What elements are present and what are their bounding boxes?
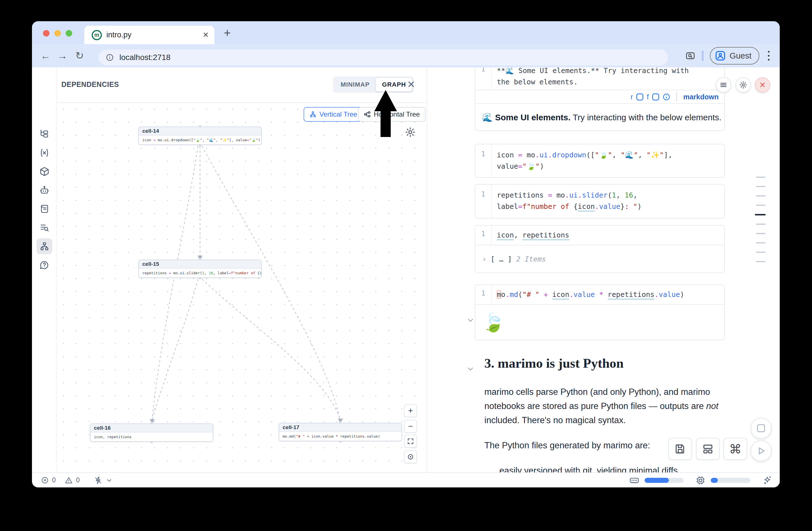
warnings-icon[interactable] [65, 476, 73, 484]
minimap-cell-line[interactable] [756, 233, 766, 234]
url-text: localhost:2718 [119, 53, 171, 62]
layout-toggle-button[interactable] [696, 438, 720, 460]
section-cut-line: easily versioned with git, yielding mini… [499, 465, 678, 472]
shutdown-button[interactable]: ✕ [755, 77, 770, 92]
run-button[interactable] [751, 441, 771, 461]
chevron-down-icon[interactable] [106, 477, 113, 484]
cell-md-output[interactable]: 1 mo.md("# " + icon.value * repetitions.… [475, 285, 725, 340]
cell-output: 🍃 [475, 304, 724, 340]
tab-close-icon[interactable]: ✕ [203, 31, 209, 39]
vertical-tree-label: Vertical Tree [319, 110, 357, 118]
cpu-icon[interactable] [695, 475, 706, 485]
code-line[interactable]: icon = mo.ui.dropdown(["🍃", "🌊", "✨"], [497, 149, 723, 161]
node-title: cell-15 [139, 260, 261, 269]
keyboard-shortcuts-button[interactable]: ⌘ [723, 438, 747, 460]
browser-tab-active[interactable]: m intro.py ✕ [84, 26, 215, 44]
cell-repetitions-slider[interactable]: 1 repetitions = mo.ui.slider(1, 16, labe… [475, 184, 725, 218]
code-line[interactable]: value="🍃") [497, 161, 723, 172]
cell-icon-dropdown[interactable]: 1 icon = mo.ui.dropdown(["🍃", "🌊", "✨"],… [475, 144, 725, 178]
graph-node-cell-14[interactable]: cell-14 icon = mo.ui.dropdown(["🍃", "🌊",… [139, 127, 262, 145]
sidebar-ai-chat-icon[interactable] [37, 182, 52, 198]
code-line[interactable]: **🌊 Some UI elements.** Try interacting … [497, 67, 723, 76]
graph-node-cell-17[interactable]: cell-17 mo.md("# " + icon.value * repeti… [279, 423, 402, 441]
cell-minimap[interactable] [754, 177, 766, 270]
cell-output[interactable]: › [ … ] 2 Items [475, 245, 724, 273]
dependencies-panel-header: DEPENDENCIES MINIMAP GRAPH ✕ [57, 67, 427, 103]
window-zoom-button[interactable] [66, 30, 72, 37]
save-icon [675, 443, 686, 455]
sidebar-packages-icon[interactable] [37, 163, 52, 180]
back-icon[interactable]: ← [37, 50, 54, 62]
panel-close-icon[interactable]: ✕ [407, 79, 415, 90]
interrupt-button[interactable] [751, 418, 771, 439]
toolbar-separator [702, 51, 704, 61]
memory-icon[interactable] [629, 475, 639, 485]
minimap-cell-line[interactable] [756, 195, 766, 197]
code-line[interactable]: the below elements. [497, 76, 723, 88]
ai-sparkle-icon[interactable] [762, 475, 772, 485]
language-mode-label[interactable]: markdown [683, 93, 719, 101]
tab-search-icon[interactable] [685, 51, 695, 61]
forward-icon[interactable]: → [54, 50, 71, 62]
toolbar-right-group: Guest [685, 44, 780, 67]
window-minimize-button[interactable] [54, 30, 61, 37]
minimap-cell-line[interactable] [756, 224, 766, 225]
locate-node-button[interactable] [404, 450, 417, 463]
minimap-cell-line[interactable] [756, 242, 766, 243]
minimap-cell-line[interactable] [756, 177, 766, 178]
window-close-button[interactable] [43, 30, 49, 37]
minimap-cell-line[interactable] [756, 261, 766, 262]
notebook-settings-button[interactable] [736, 77, 751, 92]
cell-output: 🌊 Some UI elements. Try interacting with… [475, 103, 724, 130]
cell-icon-repetitions[interactable]: 1 icon, repetitions › [ … ] 2 Items [475, 225, 725, 273]
graph-node-cell-16[interactable]: cell-16 icon, repetitions [90, 424, 213, 442]
code-line[interactable]: repetitions = mo.ui.slider(1, 16, [497, 190, 723, 201]
console-output-text[interactable]: › [ … ] 2 Items [482, 255, 546, 263]
code-line[interactable]: mo.md("# " + icon.value * repetitions.va… [497, 289, 723, 300]
errors-icon[interactable] [41, 476, 49, 484]
sidebar-help-icon[interactable] [37, 257, 52, 273]
profile-button[interactable]: Guest [710, 47, 759, 64]
cell-collapse-chevron-icon[interactable] [466, 316, 475, 325]
sidebar-file-tree-icon[interactable] [37, 126, 52, 142]
vertical-tree-icon [309, 111, 317, 118]
fstring-checkbox[interactable] [652, 94, 659, 100]
sidebar-scratchpad-icon[interactable] [37, 220, 52, 235]
fit-view-button[interactable] [404, 435, 417, 448]
sidebar-variables-icon[interactable] [37, 145, 52, 161]
node-code: icon = mo.ui.dropdown(["🍃", "🌊", "✨"], v… [139, 135, 261, 144]
vertical-tree-button[interactable]: Vertical Tree [304, 107, 363, 122]
browser-menu-icon[interactable] [766, 51, 772, 60]
site-info-icon[interactable] [106, 54, 114, 61]
cell-markdown-ui-elements[interactable]: 1 **🌊 Some UI elements.** Try interactin… [475, 67, 725, 131]
graph-toggle-button[interactable]: GRAPH [376, 78, 412, 91]
reload-icon[interactable]: ↻ [71, 50, 88, 62]
sidebar-logs-icon[interactable] [37, 201, 52, 217]
line-number: 1 [475, 285, 492, 304]
markdown-output-text: 🌊 Some UI elements. Try interacting with… [482, 112, 722, 122]
address-bar[interactable]: localhost:2718 [99, 49, 668, 66]
line-number: 1 [475, 226, 492, 245]
minimap-cell-line[interactable] [756, 186, 766, 187]
zoom-in-button[interactable]: + [404, 404, 417, 417]
autorun-disabled-icon[interactable] [94, 476, 102, 485]
minimap-cell-line[interactable] [755, 214, 766, 215]
graph-node-cell-15[interactable]: cell-15 repetitions = mo.ui.slider(1, 16… [139, 260, 262, 278]
minimap-toggle-button[interactable]: MINIMAP [334, 78, 376, 91]
code-line[interactable]: label=f"number of {icon.value}: ") [497, 201, 723, 212]
code-line[interactable]: icon, repetitions [497, 230, 723, 241]
raw-string-checkbox[interactable] [636, 94, 643, 100]
minimap-cell-line[interactable] [756, 205, 766, 206]
node-code: icon, repetitions [90, 432, 213, 441]
dependency-graph-canvas[interactable]: Vertical Tree Horizontal Tree cell-14 ic… [57, 103, 427, 472]
graph-settings-icon[interactable] [405, 127, 416, 138]
zoom-out-button[interactable]: − [404, 420, 417, 433]
section-collapse-chevron-icon[interactable] [466, 364, 475, 373]
sidebar-dependencies-icon[interactable] [37, 238, 52, 254]
save-button[interactable] [668, 438, 692, 460]
notebook-menu-button[interactable] [716, 77, 731, 92]
info-icon[interactable] [663, 93, 670, 101]
minimap-cell-line[interactable] [756, 252, 766, 253]
horizontal-tree-button[interactable]: Horizontal Tree [358, 107, 425, 122]
new-tab-button[interactable]: + [224, 28, 231, 38]
